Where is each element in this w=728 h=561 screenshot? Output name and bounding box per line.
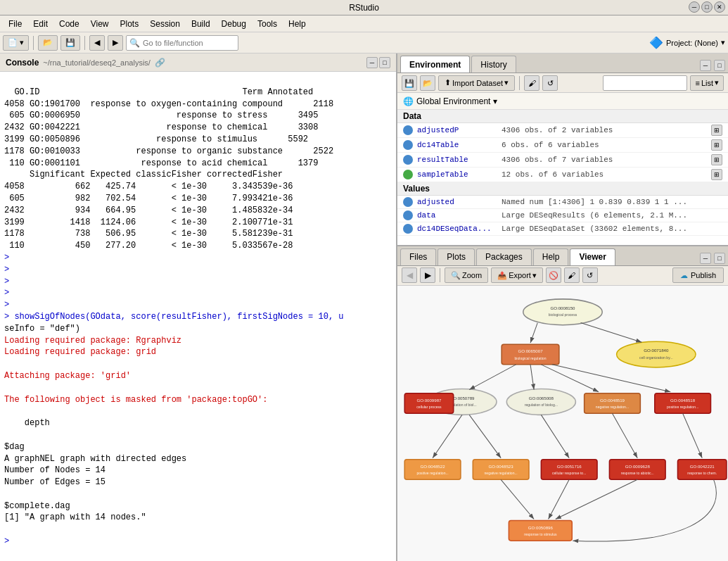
global-env-bar: 🌐 Global Environment ▾ [397,93,728,110]
env-brush-btn[interactable]: 🖌 [524,75,539,91]
open-file-btn[interactable]: 📂 [38,35,58,51]
sampleTable-value: 12 obs. of 6 variables [502,170,711,179]
console-graphnel: A graphNEL graph with directed edges [4,454,186,464]
console-final-prompt[interactable]: > [4,536,9,546]
node-go0048519 [585,393,641,413]
env-row-dc14DESeq[interactable]: dc14DESeqData... Large DESeqDataSet (336… [397,222,728,236]
console-panel: Console ~/rna_tutorial/deseq2_analysis/ … [0,53,397,561]
console-prompt-2: > [4,265,9,275]
node-go0048522 [404,459,461,479]
tab-help[interactable]: Help [533,248,569,265]
env-row-data[interactable]: data Large DESeqResults (6 elements, 2.1… [397,209,728,222]
import-dataset-btn[interactable]: ⬆ Import Dataset ▾ [438,75,515,91]
svg-line-31 [469,365,516,390]
goto-input[interactable] [143,39,234,47]
goto-icon: 🔍 [129,38,140,48]
env-sep1 [519,76,520,90]
resultTable-grid-btn[interactable]: ⊞ [711,154,722,165]
adjustedP-grid-btn[interactable]: ⊞ [711,125,722,136]
env-save-btn[interactable]: 💾 [402,75,417,91]
console-line-9: 4058 662 425.74 < 1e-30 3.343539e-36 [4,182,293,191]
export-btn[interactable]: 📤 Export ▾ [491,267,543,283]
node-go0009628 [609,459,665,479]
env-refresh-btn[interactable]: ↺ [542,75,558,91]
env-load-btn[interactable]: 📂 [420,75,435,91]
env-minimize-btn[interactable]: ─ [700,60,711,71]
menu-plots[interactable]: Plots [115,18,145,30]
node-go0051716 [541,459,597,479]
sampleTable-grid-btn[interactable]: ⊞ [711,169,722,180]
console-header: Console ~/rna_tutorial/deseq2_analysis/ … [0,53,396,72]
viewer-minimize-btn[interactable]: ─ [700,253,711,264]
global-env-label: Global Environment [416,96,490,106]
menu-tools[interactable]: Tools [252,18,283,30]
env-search-input[interactable] [603,75,687,91]
menu-edit[interactable]: Edit [27,18,53,30]
publish-btn[interactable]: ☁ Publish [672,267,724,283]
new-file-btn[interactable]: 📄 ▾ [3,35,29,51]
svg-text:positive regulation...: positive regulation... [416,471,448,475]
dc14Table-name: dc14Table [417,141,502,149]
sep1 [33,36,34,50]
console-line-7: 110 GO:0001101 response to acid chemical… [4,158,318,168]
console-controls: ─ □ [366,57,390,68]
menu-code[interactable]: Code [53,18,85,30]
svg-text:GO:0009628: GO:0009628 [625,464,651,469]
menu-debug[interactable]: Debug [216,18,252,30]
env-row-resultTable[interactable]: resultTable 4306 obs. of 7 variables ⊞ [397,153,728,168]
viewer-back-btn[interactable]: ◀ [402,267,417,283]
console-edges: Number of Edges = 15 [4,477,106,487]
viewer-refresh-btn[interactable]: ↺ [582,267,598,283]
tab-plots[interactable]: Plots [438,248,475,265]
console-line-1: GO.ID Term Annotated [4,87,313,97]
console-maximize-btn[interactable]: □ [379,57,390,68]
menu-help[interactable]: Help [283,18,312,30]
svg-line-42 [556,479,637,519]
svg-text:response to abiotic...: response to abiotic... [621,471,654,475]
menu-file[interactable]: File [3,18,27,30]
console-nodes: Number of Nodes = 14 [4,465,106,475]
env-maximize-btn[interactable]: □ [714,60,725,71]
env-panel: Environment History ─ □ 💾 📂 ⬆ Import Dat… [397,53,728,246]
history-fwd-btn[interactable]: ▶ [108,35,123,51]
env-row-sampleTable[interactable]: sampleTable 12 obs. of 6 variables ⊞ [397,168,728,182]
global-env-chevron: ▾ [493,96,497,106]
env-row-adjusted[interactable]: adjusted Named num [1:4306] 1 0.839 0.83… [397,196,728,209]
console-header-left: Console ~/rna_tutorial/deseq2_analysis/ … [6,58,165,68]
svg-line-38 [613,413,638,458]
tab-environment[interactable]: Environment [400,56,470,73]
viewer-maximize-btn[interactable]: □ [714,253,725,264]
console-masked: The following object is masked from 'pac… [4,395,267,405]
dc14Table-grid-btn[interactable]: ⊞ [711,139,722,151]
list-view-btn[interactable]: ≡ List ▾ [690,75,724,91]
menu-view[interactable]: View [85,18,115,30]
svg-text:positive regulation...: positive regulation... [667,405,698,409]
menu-session[interactable]: Session [144,18,186,30]
tab-files[interactable]: Files [400,248,436,265]
close-btn[interactable]: ✕ [714,1,725,13]
env-toolbar: 💾 📂 ⬆ Import Dataset ▾ 🖌 ↺ ≡ List ▾ [397,73,728,93]
maximize-btn[interactable]: □ [701,1,713,13]
node-go0042221 [677,459,726,479]
console-line-14: 110 450 277.20 < 1e-30 5.033567e-28 [4,241,293,251]
minimize-btn[interactable]: ─ [689,1,700,13]
viewer-brush-btn[interactable]: 🖌 [564,267,580,283]
data-value: Large DESeqResults (6 elements, 2.1 M... [502,211,722,220]
tab-viewer[interactable]: Viewer [570,248,615,265]
tab-history[interactable]: History [471,56,516,73]
tab-packages[interactable]: Packages [476,248,532,265]
viewer-delete-btn[interactable]: 🚫 [546,267,561,283]
zoom-btn[interactable]: 🔍 Zoom [445,267,488,283]
console-link-icon: 🔗 [155,58,165,68]
save-btn[interactable]: 💾 [60,35,80,51]
console-path: ~/rna_tutorial/deseq2_analysis/ [43,58,151,67]
env-row-adjustedP[interactable]: adjustedP 4306 obs. of 2 variables ⊞ [397,123,728,138]
history-back-btn[interactable]: ◀ [89,35,105,51]
console-minimize-btn[interactable]: ─ [366,57,378,68]
export-icon: 📤 [497,271,507,280]
viewer-fwd-btn[interactable]: ▶ [420,267,435,283]
console-line-12: 3199 1418 1124.06 < 1e-30 2.100771e-31 [4,218,293,227]
resultTable-value: 4306 obs. of 7 variables [502,156,711,164]
menu-build[interactable]: Build [186,18,216,30]
env-row-dc14Table[interactable]: dc14Table 6 obs. of 6 variables ⊞ [397,138,728,153]
